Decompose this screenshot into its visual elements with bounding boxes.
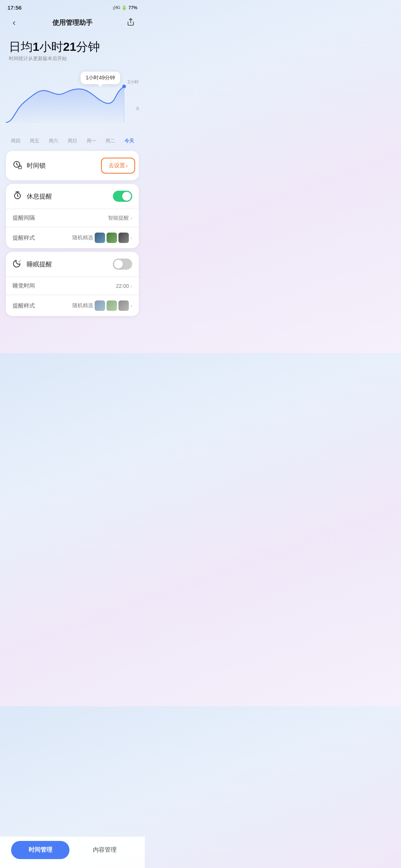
sleep-thumb-1 — [95, 300, 105, 311]
time-lock-left: 时间锁 — [13, 160, 46, 172]
daily-avg-prefix: 日均 — [9, 40, 33, 53]
day-tue: 周二 — [101, 138, 120, 144]
reminder-interval-row[interactable]: 提醒间隔 智能提醒 › — [6, 209, 139, 227]
y-label-2h: 2小时 0 — [127, 80, 139, 111]
sleep-style-row[interactable]: 提醒样式 随机精选 › — [6, 295, 139, 316]
daily-avg-hours: 1 — [33, 40, 39, 53]
day-fri: 周五 — [25, 138, 44, 144]
reminder-interval-value: 智能提醒 › — [108, 215, 132, 221]
svg-text:z: z — [20, 259, 21, 262]
sleep-thumb-2 — [107, 300, 117, 311]
svg-rect-5 — [19, 167, 22, 169]
sleep-time-chevron: › — [130, 283, 132, 289]
share-button[interactable] — [124, 16, 137, 29]
goto-settings-label: 去设置 — [108, 162, 125, 169]
goto-settings-button[interactable]: 去设置 › — [101, 158, 135, 174]
reminder-style-row[interactable]: 提醒样式 随机精选 › — [6, 227, 139, 248]
daily-avg-hour-unit: 小时 — [39, 40, 63, 53]
reminder-style-label: 提醒样式 — [13, 234, 35, 241]
sleep-time-row[interactable]: 睡觉时间 22:00 › — [6, 277, 139, 295]
share-icon — [127, 18, 135, 28]
usage-chart: 1小时49分钟 2小时 0 — [0, 65, 145, 147]
sleep-time-value: 22:00 › — [116, 283, 132, 289]
sleep-style-label: 提醒样式 — [13, 302, 35, 309]
sleep-style-chevron: › — [130, 303, 132, 309]
sleep-style-text: 随机精选 — [72, 302, 93, 309]
toggle-circle — [122, 192, 131, 201]
y-label-0: 0 — [127, 106, 139, 111]
day-sat: 周六 — [44, 138, 63, 144]
sleep-time-text: 22:00 — [116, 283, 129, 289]
reminder-style-chevron: › — [130, 235, 132, 241]
reminder-interval-label: 提醒间隔 — [13, 214, 35, 221]
chart-tooltip: 1小时49分钟 — [81, 72, 120, 84]
thumb-3 — [118, 233, 129, 243]
signal-icon: ⣾4G — [113, 5, 120, 10]
status-time: 17:56 — [7, 4, 22, 11]
rest-reminder-toggle[interactable] — [113, 191, 132, 202]
back-button[interactable]: ‹ — [7, 16, 21, 29]
daily-avg-subtitle: 时间统计从更新版本后开始 — [9, 55, 136, 62]
status-bar: 17:56 ⣾4G 🔋 77% — [0, 0, 145, 13]
sleep-reminder-label: 睡眠提醒 — [27, 260, 52, 269]
reminder-interval-text: 智能提醒 — [108, 215, 129, 221]
rest-reminder-icon — [13, 191, 22, 202]
rest-reminder-row: 休息提醒 — [6, 184, 139, 208]
toggle-circle-sleep — [114, 260, 123, 269]
sleep-thumbnails — [95, 300, 129, 311]
day-mon: 周一 — [82, 138, 101, 144]
back-icon: ‹ — [13, 17, 16, 28]
daily-avg-minutes: 21 — [63, 40, 76, 53]
thumb-1 — [95, 233, 105, 243]
sleep-thumb-3 — [118, 300, 129, 311]
sleep-reminder-row: z z 睡眠提醒 — [6, 252, 139, 276]
reminder-style-text: 随机精选 — [72, 234, 93, 241]
chart-svg-wrapper: 1小时49分钟 2小时 0 — [6, 69, 139, 135]
tooltip-text: 1小时49分钟 — [86, 75, 115, 80]
rest-reminder-label: 休息提醒 — [27, 192, 52, 201]
goto-chevron-icon: › — [126, 162, 128, 169]
day-labels: 周四 周五 周六 周日 周一 周二 今天 — [0, 135, 145, 147]
daily-avg-minute-unit: 分钟 — [76, 40, 100, 53]
sleep-time-label: 睡觉时间 — [13, 282, 35, 289]
sleep-style-value: 随机精选 › — [72, 300, 132, 311]
reminder-style-value: 随机精选 › — [72, 233, 132, 243]
page-title: 使用管理助手 — [52, 18, 92, 27]
sleep-reminder-icon: z z — [13, 259, 22, 270]
day-today: 今天 — [120, 138, 139, 144]
sleep-reminder-card: z z 睡眠提醒 睡觉时间 22:00 › 提醒样式 随机精选 — [6, 252, 139, 316]
thumb-2 — [107, 233, 117, 243]
rest-reminder-card: 休息提醒 提醒间隔 智能提醒 › 提醒样式 随机精选 — [6, 184, 139, 248]
daily-average-section: 日均1小时21分钟 时间统计从更新版本后开始 — [0, 34, 145, 65]
battery-icon: 🔋 — [121, 5, 127, 10]
sleep-reminder-toggle[interactable] — [113, 259, 132, 270]
time-lock-row: 时间锁 去设置 › — [6, 151, 139, 180]
reminder-thumbnails — [95, 233, 129, 243]
status-icons: ⣾4G 🔋 77% — [113, 5, 137, 10]
header: ‹ 使用管理助手 — [0, 13, 145, 34]
day-sun: 周日 — [63, 138, 82, 144]
time-lock-icon — [13, 160, 22, 172]
timer-svg — [13, 191, 22, 200]
clock-lock-svg — [13, 160, 22, 170]
time-lock-card: 时间锁 去设置 › — [6, 151, 139, 180]
y-label-2hours: 2小时 — [127, 80, 139, 84]
rest-reminder-left: 休息提醒 — [13, 191, 52, 202]
daily-average-title: 日均1小时21分钟 — [9, 40, 136, 54]
day-thu: 周四 — [6, 138, 25, 144]
battery-level: 77% — [128, 5, 137, 10]
sleep-reminder-left: z z 睡眠提醒 — [13, 259, 52, 270]
time-lock-label: 时间锁 — [27, 161, 46, 170]
moon-svg: z z — [13, 259, 22, 268]
reminder-interval-chevron: › — [130, 215, 132, 221]
